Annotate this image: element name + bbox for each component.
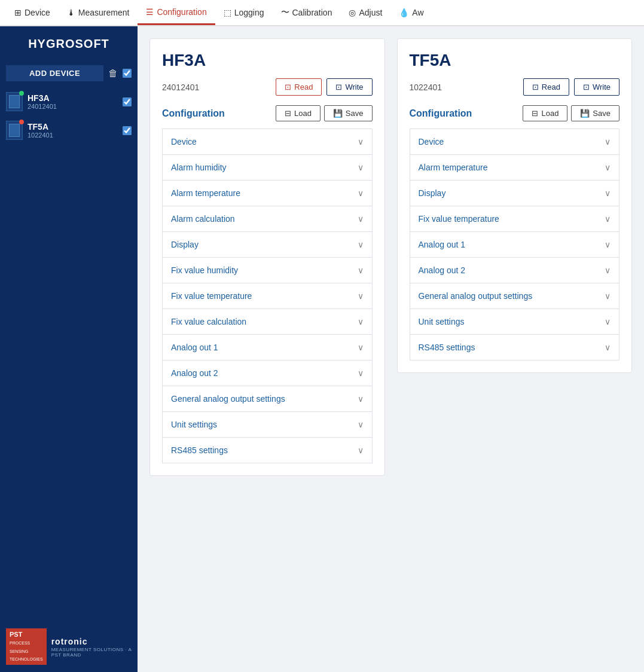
select-all-checkbox[interactable]	[123, 69, 132, 78]
load-button-tf5a[interactable]: ⊟ Load	[523, 105, 567, 121]
accordion-header-right-analog-out-2[interactable]: Analog out 2 ∨	[410, 258, 619, 283]
serial-hf3a: 24012401	[162, 83, 199, 92]
accordion-title-right-display: Display	[419, 188, 446, 198]
accordion-item-left-rs485-settings: RS485 settings ∨	[162, 438, 373, 463]
accordion-item-left-fix-value-humidity: Fix value humidity ∨	[162, 258, 373, 283]
device-info-hf3a: HF3A 24012401	[28, 93, 118, 110]
read-icon-tf5a: ⊡	[532, 83, 539, 91]
accordion-header-left-analog-out-1[interactable]: Analog out 1 ∨	[163, 335, 372, 360]
accordion-title-left-alarm-humidity: Alarm humidity	[171, 163, 227, 172]
chevron-down-icon-left-analog-out-1: ∨	[358, 343, 364, 352]
accordion-title-right-fix-value-temperature: Fix value temperature	[419, 214, 499, 224]
device-name-hf3a: HF3A	[28, 93, 118, 103]
accordion-header-right-unit-settings[interactable]: Unit settings ∨	[410, 309, 619, 334]
chevron-down-icon-right-device: ∨	[605, 137, 611, 146]
read-button-tf5a[interactable]: ⊡ Read	[523, 78, 569, 96]
chevron-down-icon-left-display: ∨	[358, 240, 364, 249]
accordion-item-left-display: Display ∨	[162, 232, 373, 258]
device-serial-tf5a: 1022401	[28, 132, 118, 139]
accordion-title-left-analog-out-2: Analog out 2	[171, 368, 218, 378]
device-checkbox-tf5a[interactable]	[123, 126, 132, 135]
accordion-header-right-rs485-settings[interactable]: RS485 settings ∨	[410, 335, 619, 360]
accordion-list-tf5a: Device ∨ Alarm temperature ∨ Display ∨ F…	[410, 129, 620, 361]
aw-nav-icon: 💧	[399, 8, 409, 17]
chevron-down-icon-left-unit-settings: ∨	[358, 420, 364, 429]
accordion-item-right-unit-settings: Unit settings ∨	[410, 309, 620, 335]
accordion-header-left-display[interactable]: Display ∨	[163, 232, 372, 257]
device-item-hf3a[interactable]: HF3A 24012401	[0, 87, 138, 116]
accordion-header-left-fix-value-humidity[interactable]: Fix value humidity ∨	[163, 258, 372, 283]
write-button-tf5a[interactable]: ⊡ Write	[574, 78, 619, 96]
accordion-header-left-alarm-calculation[interactable]: Alarm calculation ∨	[163, 206, 372, 231]
accordion-title-right-analog-out-2: Analog out 2	[419, 265, 466, 275]
accordion-header-left-alarm-temperature[interactable]: Alarm temperature ∨	[163, 181, 372, 206]
nav-adjust[interactable]: ◎ Adjust	[340, 0, 390, 25]
device-checkbox-hf3a[interactable]	[123, 97, 132, 106]
chevron-down-icon-left-device: ∨	[358, 137, 364, 146]
accordion-item-right-alarm-temperature: Alarm temperature ∨	[410, 155, 620, 181]
accordion-item-left-device: Device ∨	[162, 129, 373, 155]
accordion-header-right-display[interactable]: Display ∨	[410, 181, 619, 206]
accordion-title-left-fix-value-temperature: Fix value temperature	[171, 291, 252, 301]
accordion-header-right-alarm-temperature[interactable]: Alarm temperature ∨	[410, 155, 619, 180]
accordion-item-left-analog-out-1: Analog out 1 ∨	[162, 335, 373, 361]
accordion-header-left-fix-value-temperature[interactable]: Fix value temperature ∨	[163, 283, 372, 308]
nav-configuration[interactable]: ☰ Configuration	[138, 0, 215, 25]
device-info-tf5a: TF5A 1022401	[28, 122, 118, 139]
chevron-down-icon-right-rs485-settings: ∨	[605, 343, 611, 352]
panel-tf5a: TF5A 1022401 ⊡ Read ⊡ Write Configuratio…	[397, 38, 633, 373]
nav-configuration-label: Configuration	[157, 7, 206, 17]
accordion-title-left-analog-out-1: Analog out 1	[171, 343, 218, 352]
accordion-header-left-rs485-settings[interactable]: RS485 settings ∨	[163, 438, 372, 463]
write-button-hf3a[interactable]: ⊡ Write	[326, 78, 372, 96]
accordion-header-right-analog-out-1[interactable]: Analog out 1 ∨	[410, 232, 619, 257]
serial-tf5a: 1022401	[410, 83, 442, 92]
save-button-hf3a[interactable]: 💾 Save	[324, 105, 373, 121]
accordion-item-right-analog-out-1: Analog out 1 ∨	[410, 232, 620, 258]
nav-calibration[interactable]: 〜 Calibration	[273, 0, 341, 25]
configuration-nav-icon: ☰	[146, 7, 154, 17]
accordion-header-left-analog-out-2[interactable]: Analog out 2 ∨	[163, 361, 372, 386]
read-button-hf3a[interactable]: ⊡ Read	[276, 78, 322, 96]
accordion-item-left-analog-out-2: Analog out 2 ∨	[162, 361, 373, 386]
nav-device-label: Device	[25, 8, 50, 17]
accordion-header-right-general-analog-output-settings[interactable]: General analog output settings ∨	[410, 283, 619, 308]
panel-header-tf5a: 1022401 ⊡ Read ⊡ Write	[410, 78, 620, 96]
accordion-item-left-fix-value-temperature: Fix value temperature ∨	[162, 283, 373, 309]
nav-measurement[interactable]: 🌡 Measurement	[59, 0, 138, 25]
nav-adjust-label: Adjust	[359, 8, 382, 17]
write-icon-hf3a: ⊡	[335, 83, 342, 91]
calibration-nav-icon: 〜	[281, 7, 289, 18]
add-device-button[interactable]: ADD DEVICE	[6, 65, 103, 81]
accordion-header-left-device[interactable]: Device ∨	[163, 129, 372, 154]
save-icon-hf3a: 💾	[333, 109, 343, 118]
nav-device[interactable]: ⊞ Device	[6, 0, 59, 25]
config-label-hf3a: Configuration	[162, 108, 225, 119]
accordion-header-left-fix-value-calculation[interactable]: Fix value calculation ∨	[163, 309, 372, 334]
panel-header-hf3a: 24012401 ⊡ Read ⊡ Write	[162, 78, 373, 96]
logging-nav-icon: ⬚	[224, 8, 231, 17]
chevron-down-icon-left-fix-value-humidity: ∨	[358, 265, 364, 275]
read-icon-hf3a: ⊡	[285, 83, 291, 91]
save-button-tf5a[interactable]: 💾 Save	[571, 105, 619, 121]
load-button-hf3a[interactable]: ⊟ Load	[276, 105, 321, 121]
accordion-header-left-alarm-humidity[interactable]: Alarm humidity ∨	[163, 155, 372, 180]
chevron-down-icon-left-fix-value-calculation: ∨	[358, 317, 364, 326]
panel-actions-tf5a: ⊡ Read ⊡ Write	[523, 78, 619, 96]
delete-device-button[interactable]: 🗑	[108, 68, 118, 79]
chevron-down-icon-left-alarm-calculation: ∨	[358, 214, 364, 224]
device-nav-icon: ⊞	[14, 8, 22, 17]
accordion-item-left-alarm-temperature: Alarm temperature ∨	[162, 181, 373, 206]
accordion-header-left-general-analog-output-settings[interactable]: General analog output settings ∨	[163, 386, 372, 411]
device-item-tf5a[interactable]: TF5A 1022401	[0, 116, 138, 145]
accordion-header-right-fix-value-temperature[interactable]: Fix value temperature ∨	[410, 206, 619, 231]
accordion-header-left-unit-settings[interactable]: Unit settings ∨	[163, 412, 372, 437]
accordion-header-right-device[interactable]: Device ∨	[410, 129, 619, 154]
nav-aw-label: Aw	[412, 8, 423, 17]
nav-aw[interactable]: 💧 Aw	[390, 0, 432, 25]
panel-actions-hf3a: ⊡ Read ⊡ Write	[276, 78, 372, 96]
chevron-down-icon-right-unit-settings: ∨	[605, 317, 611, 326]
nav-logging[interactable]: ⬚ Logging	[215, 0, 273, 25]
load-icon-tf5a: ⊟	[532, 109, 538, 118]
accordion-item-right-display: Display ∨	[410, 181, 620, 206]
